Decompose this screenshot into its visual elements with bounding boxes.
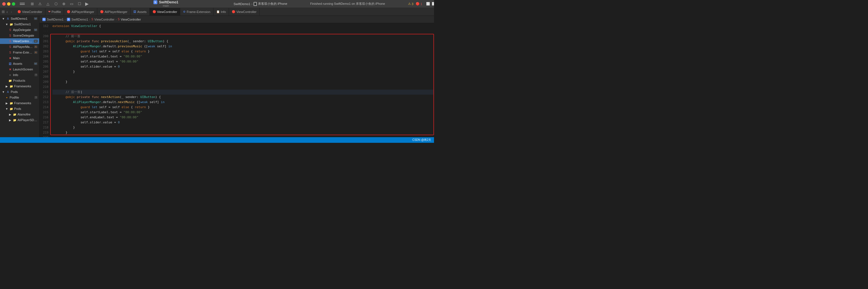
sidebar-item-scenedelegate[interactable]: S SceneDelegate xyxy=(0,33,39,38)
tab-aliplayermanger-2[interactable]: 🔴 AliPlayerManger xyxy=(97,8,130,16)
run-button[interactable]: ▶ xyxy=(84,1,90,7)
sidebar-item-products[interactable]: 📁 Products xyxy=(0,78,39,83)
code-line-215: self.startLabel.text = "00:00:00" xyxy=(53,110,434,115)
device-name: 库客双小鱼的 iPhone xyxy=(258,2,287,6)
close-button[interactable] xyxy=(2,2,6,6)
debug-icon[interactable]: ⬜ xyxy=(432,2,434,6)
code-editor[interactable]: 162 ··· 200 201 202 203 204 205 206 207 … xyxy=(39,23,434,137)
tab-forward-button[interactable]: › xyxy=(9,9,13,15)
modified-badge: M xyxy=(34,62,38,65)
warnings-area: ⚠ 3 🔴 1 xyxy=(408,2,422,6)
grid-view-icon[interactable]: ⊞ xyxy=(2,9,5,14)
modified-badge: M xyxy=(34,40,38,42)
errors-badge[interactable]: 🔴 1 xyxy=(416,2,422,6)
storyboard-icon: ✖ xyxy=(8,57,12,60)
minimize-button[interactable] xyxy=(7,2,10,6)
modified-badge: M xyxy=(34,29,38,31)
sidebar-item-label: Frameworks xyxy=(14,84,37,88)
bc-sep-3: › xyxy=(116,18,117,21)
grid-icon[interactable]: ⊞ xyxy=(29,2,35,6)
chevron-down-icon: ▼ xyxy=(5,107,8,110)
sidebar-item-main[interactable]: ✖ Main xyxy=(0,55,39,61)
breadcrumb-symbol-icon: S xyxy=(118,18,120,21)
code-line-206: self.slider.value = 0 xyxy=(53,64,434,69)
chevron-right-icon: ▶ xyxy=(5,102,8,105)
tab-info[interactable]: 📋 Info xyxy=(214,8,229,16)
shape-icon[interactable]: △ xyxy=(45,2,51,6)
tab-label: AliPlayerManger xyxy=(71,10,94,13)
podfile-icon: 🔸 xyxy=(5,96,8,99)
stop-icon[interactable]: ⬡ xyxy=(53,2,59,6)
build-status: Finished running SwiftDemo1 on 库客双小鱼的 iP… xyxy=(289,2,406,6)
scheme-label: SwiftDemo1 xyxy=(234,2,250,6)
warnings-badge[interactable]: ⚠ 3 xyxy=(408,2,413,6)
tab-podfile[interactable]: ❤ Podfile xyxy=(45,8,64,16)
modified-badge: M xyxy=(34,17,38,20)
editor-wrapper: S SwiftDemo1 › S SwiftDemo1 › S ViewCont… xyxy=(39,16,434,137)
sidebar-item-label: AppDelegate xyxy=(13,28,33,32)
sidebar-item-label: Info xyxy=(13,73,33,77)
sidebar-item-aliplayermanger[interactable]: S AliPlayerManger A xyxy=(0,44,39,49)
sidebar-item-appdelegate[interactable]: S AppDelegate M xyxy=(0,27,39,33)
tab-label: ViewController xyxy=(236,10,256,13)
sidebar-item-swiftdemo1-root[interactable]: ▼ A SwiftDemo1 M xyxy=(0,16,39,22)
code-line-218: } xyxy=(53,125,434,130)
ali-icon: 🔴 xyxy=(67,10,70,13)
sidebar-item-label: Products xyxy=(13,79,37,82)
sidebar-toggle-button[interactable] xyxy=(20,2,25,6)
sidebar-item-launchscreen[interactable]: ✖ LaunchScreen xyxy=(0,67,39,72)
vc-icon: 🔴 xyxy=(232,10,235,13)
folder-icon: 📁 xyxy=(9,23,13,26)
tab-aliplayermanger-1[interactable]: 🔴 AliPlayerManger xyxy=(64,8,97,16)
warning-icon[interactable]: ⚠ xyxy=(37,2,43,6)
chevron-down-icon: ▼ xyxy=(2,17,5,20)
sidebar-item-frame-extension[interactable]: S Frame-Extension A xyxy=(0,49,39,55)
sidebar-item-aliplayersdk[interactable]: ▶ 📁 AliPlayerSDK_iOS xyxy=(0,117,39,123)
tab-back-button[interactable]: ‹ xyxy=(5,9,9,15)
dots-icon[interactable]: ⊕ xyxy=(61,2,67,6)
sidebar-item-frameworks-pods[interactable]: ▶ 📁 Frameworks xyxy=(0,100,39,106)
tab-label: ViewController xyxy=(22,10,42,13)
tab-label: Info xyxy=(221,10,226,13)
sidebar-item-pods-root[interactable]: ▼ A Pods xyxy=(0,89,39,95)
tab-assets[interactable]: 🖼 Assets xyxy=(130,8,150,16)
traffic-lights xyxy=(2,2,15,6)
sidebar-item-assets[interactable]: 🖼 Assets M xyxy=(0,61,39,67)
rect-icon[interactable]: ▭ xyxy=(69,2,74,6)
maximize-button[interactable] xyxy=(12,2,15,6)
code-line-gap xyxy=(53,29,434,34)
tab-frame-extension[interactable]: ⚙ Frame-Extension xyxy=(180,8,214,16)
swift-file-icon: S xyxy=(8,34,12,37)
added-badge: A xyxy=(34,51,37,54)
code-line-200: // 前一首 xyxy=(53,34,434,39)
unknown-badge: ? xyxy=(34,74,37,76)
breadcrumb-file-icon: S xyxy=(91,18,93,21)
code-line-209: } xyxy=(53,79,434,84)
folder-icon: 📁 xyxy=(9,102,13,105)
error-icon: 🔴 xyxy=(416,2,420,6)
sidebar-item-pods-folder[interactable]: ▼ 📁 Pods xyxy=(0,106,39,112)
sidebar-item-podfile[interactable]: 🔸 Podfile ? xyxy=(0,95,39,100)
tab-viewcontroller-active[interactable]: 🔴 ViewController xyxy=(150,8,180,16)
scheme-selector[interactable]: SwiftDemo1 › 📱 库客双小鱼的 iPhone xyxy=(234,2,287,6)
sidebar-item-viewcontroller[interactable]: S ViewController M xyxy=(0,38,39,44)
code-line-216: self.endLabel.text = "00:00:00" xyxy=(53,115,434,120)
tab-viewcontroller-3[interactable]: 🔴 ViewController xyxy=(229,8,259,16)
box-icon[interactable]: ☐ xyxy=(77,2,82,6)
code-content[interactable]: extension ViewController { // 前一首 @objc … xyxy=(50,23,434,137)
sidebar-item-label: Assets xyxy=(13,62,33,65)
bc-sep-2: › xyxy=(89,18,90,21)
tab-viewcontroller-1[interactable]: 🔴 ViewController xyxy=(15,8,45,16)
sidebar-item-frameworks-1[interactable]: ▶ 📁 Frameworks xyxy=(0,83,39,89)
sidebar-item-swiftdemo1-folder[interactable]: ▼ 📁 SwiftDemo1 xyxy=(0,22,39,27)
sidebar-item-info[interactable]: ≡ Info ? xyxy=(0,72,39,78)
inspector-icon[interactable]: ⬜ xyxy=(426,2,430,6)
sidebar-item-alamofire[interactable]: ▶ 📁 Alamofire xyxy=(0,112,39,117)
code-line-211: // 后一首| xyxy=(53,89,434,95)
tab-label: AliPlayerManger xyxy=(104,10,127,13)
warning-icon: ⚠ xyxy=(408,2,411,6)
breadcrumb-project: SwiftDemo1 xyxy=(47,18,63,21)
sidebar-item-label: SwiftDemo1 xyxy=(14,23,37,26)
folder-icon: 📁 xyxy=(9,85,13,88)
sidebar-item-label: SceneDelegate xyxy=(13,34,37,37)
